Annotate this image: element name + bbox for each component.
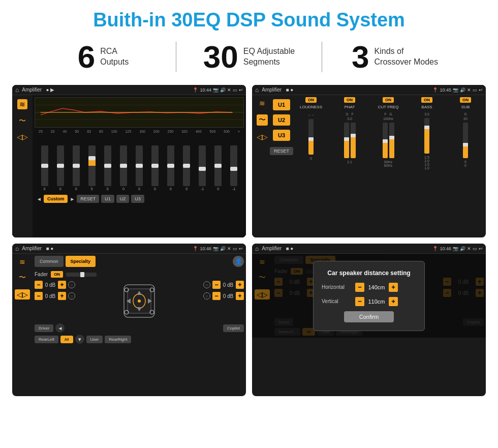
dialog-horizontal-label: Horizontal — [322, 284, 352, 290]
fader-plus-1[interactable]: + — [58, 281, 66, 289]
eq-u2-btn[interactable]: U2 — [116, 195, 130, 203]
crossover-u1-btn[interactable]: U1 — [273, 99, 290, 110]
eq-preset-custom[interactable]: Custom — [44, 195, 68, 203]
fader-btn-copilot[interactable]: Copilot — [223, 324, 244, 332]
eq-thumb-9[interactable] — [167, 164, 174, 168]
fader-profile-icon[interactable]: 👤 — [233, 256, 244, 267]
fader-arrow-down[interactable]: ▼ — [75, 335, 84, 344]
fader-back-icon[interactable]: ↩ — [239, 246, 243, 251]
eq-u1-btn[interactable]: U1 — [101, 195, 114, 203]
eq-slider-track-9[interactable] — [167, 145, 174, 186]
crossover-bass-on[interactable]: ON — [421, 97, 432, 103]
eq-thumb-13[interactable] — [230, 167, 237, 171]
eq-thumb-12[interactable] — [214, 164, 222, 168]
fader-btn-rearright[interactable]: RearRight — [105, 336, 131, 343]
crossover-cutfreq-label: CUT FREQ — [378, 105, 399, 109]
eq-slider-track-5[interactable] — [104, 145, 111, 186]
eq-slider-track-3[interactable] — [73, 145, 80, 186]
dialog-confirm-button[interactable]: Confirm — [344, 311, 394, 322]
eq-val-6: 0 — [122, 187, 124, 191]
fader-tab-specialty[interactable]: Specialty — [66, 256, 96, 267]
crossover-cutfreq-on[interactable]: ON — [383, 97, 394, 103]
eq-home-icon[interactable]: ⌂ — [15, 86, 19, 94]
fader-on-toggle[interactable]: ON — [51, 271, 63, 278]
fader-horizontal-slider[interactable] — [66, 273, 97, 277]
crossover-phat-slider-g[interactable] — [344, 123, 349, 158]
crossover-sidebar-wave[interactable]: 〜 — [257, 114, 268, 126]
fader-sidebar-vol[interactable]: ◁▷ — [15, 289, 30, 300]
eq-thumb-1[interactable] — [41, 164, 48, 168]
eq-sidebar-icon-wave[interactable]: 〜 — [19, 116, 26, 126]
fader-btn-user[interactable]: User — [86, 336, 103, 343]
eq-thumb-6[interactable] — [120, 164, 127, 168]
fader-btn-driver[interactable]: Driver — [35, 324, 53, 332]
eq-reset-btn[interactable]: RESET — [77, 195, 99, 203]
fader-minus-1[interactable]: − — [35, 281, 43, 289]
eq-thumb-11[interactable] — [199, 167, 206, 171]
fader-minus-4[interactable]: − — [212, 292, 221, 300]
stat-crossover-number: 3 — [352, 41, 369, 73]
eq-slider-track-13[interactable] — [230, 145, 237, 186]
crossover-phat-slider-f[interactable] — [351, 123, 356, 158]
dialog-vertical-plus[interactable]: + — [389, 297, 398, 306]
crossover-phat-on[interactable]: ON — [344, 97, 355, 103]
fader-sidebar-wave[interactable]: 〜 — [19, 273, 26, 282]
crossover-loudness-on[interactable]: ON — [305, 97, 317, 103]
crossover-sub-slider[interactable] — [463, 123, 468, 158]
eq-thumb-8[interactable] — [151, 164, 159, 168]
fader-minus-3[interactable]: − — [212, 281, 221, 289]
crossover-u3-btn[interactable]: U3 — [273, 130, 290, 141]
dialog-horizontal-plus[interactable]: + — [389, 283, 398, 292]
fader-slider-thumb[interactable] — [80, 272, 84, 277]
eq-back-icon[interactable]: ↩ — [239, 87, 243, 93]
crossover-sub-on[interactable]: ON — [460, 97, 471, 103]
fader-sidebar-eq[interactable]: ≋ — [19, 258, 25, 266]
crossover-sidebar-vol[interactable]: ◁▷ — [257, 133, 268, 141]
eq-sidebar-icon-vol[interactable]: ◁▷ — [17, 133, 28, 141]
eq-thumb-4[interactable] — [88, 156, 96, 160]
fader-home-icon[interactable]: ⌂ — [15, 245, 19, 252]
crossover-back-icon[interactable]: ↩ — [479, 87, 483, 93]
fader-body: − 0 dB + ○ − 0 dB + ○ — [35, 281, 244, 321]
crossover-sidebar-eq[interactable]: ≋ — [259, 99, 265, 107]
eq-thumb-7[interactable] — [136, 164, 143, 168]
eq-slider-track-4[interactable] — [88, 145, 96, 186]
eq-slider-track-12[interactable] — [214, 145, 222, 186]
dialog-home-icon[interactable]: ⌂ — [255, 245, 259, 252]
eq-slider-track-6[interactable] — [120, 145, 127, 186]
eq-slider-track-2[interactable] — [57, 145, 64, 186]
eq-next-arrow[interactable]: ► — [70, 196, 75, 202]
fader-tab-common[interactable]: Common — [35, 256, 64, 267]
eq-slider-track-10[interactable] — [183, 145, 190, 186]
eq-slider-track-8[interactable] — [151, 145, 159, 186]
fader-plus-4[interactable]: + — [236, 292, 244, 300]
stat-crossover: 3 Kinds ofCrossover Modes — [322, 41, 468, 73]
dialog-back-icon[interactable]: ↩ — [479, 246, 483, 251]
fader-plus-3[interactable]: + — [236, 281, 244, 289]
fader-minus-2[interactable]: − — [35, 292, 43, 300]
eq-slider-track-11[interactable] — [199, 145, 206, 186]
eq-u3-btn[interactable]: U3 — [131, 195, 144, 203]
eq-thumb-3[interactable] — [73, 164, 80, 168]
crossover-bass-slider[interactable] — [424, 118, 429, 154]
eq-slider-track-7[interactable] — [136, 145, 143, 186]
eq-sidebar-icon-eq[interactable]: ≋ — [17, 99, 27, 109]
eq-thumb-2[interactable] — [57, 164, 64, 168]
fader-plus-2[interactable]: + — [58, 292, 66, 300]
crossover-cutfreq-slider-f[interactable] — [383, 123, 388, 158]
crossover-reset-btn[interactable]: RESET — [270, 147, 293, 155]
dialog-vertical-minus[interactable]: − — [355, 297, 364, 306]
fader-btn-all[interactable]: All — [60, 336, 73, 343]
eq-thumb-10[interactable] — [183, 164, 190, 168]
eq-prev-arrow[interactable]: ◄ — [37, 196, 42, 202]
eq-thumb-5[interactable] — [104, 164, 111, 168]
crossover-cutfreq-slider-g[interactable] — [389, 123, 394, 158]
crossover-loudness-slider[interactable] — [308, 119, 314, 155]
crossover-u2-btn[interactable]: U2 — [273, 114, 290, 126]
eq-val-11: -1 — [201, 187, 204, 191]
dialog-horizontal-minus[interactable]: − — [355, 283, 364, 292]
crossover-home-icon[interactable]: ⌂ — [255, 86, 259, 94]
eq-slider-track-1[interactable] — [41, 145, 48, 186]
fader-btn-rearleft[interactable]: RearLeft — [35, 336, 58, 343]
fader-arrow-left[interactable]: ◄ — [55, 323, 65, 333]
